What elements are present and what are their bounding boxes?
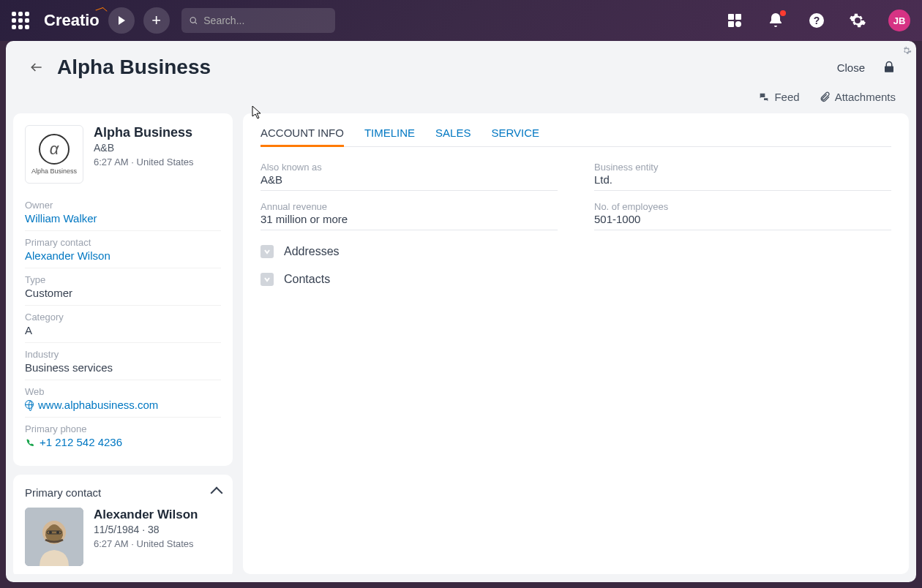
phone-label: Primary phone xyxy=(25,423,221,434)
contact-name: Alexander Wilson xyxy=(94,508,198,522)
chevron-down-icon xyxy=(261,245,274,258)
web-link[interactable]: www.alphabusiness.com xyxy=(25,399,221,411)
phone-icon xyxy=(25,439,35,448)
phone-link[interactable]: +1 212 542 4236 xyxy=(25,436,221,448)
search-box[interactable] xyxy=(181,8,335,33)
company-meta: 6:27 AM · United States xyxy=(94,157,194,167)
svg-rect-2 xyxy=(728,14,734,20)
feed-button[interactable]: Feed xyxy=(758,91,799,103)
contacts-section[interactable]: Contacts xyxy=(261,273,891,286)
run-process-button[interactable] xyxy=(108,7,135,34)
svg-text:?: ? xyxy=(814,15,820,26)
paperclip-icon xyxy=(819,91,831,103)
industry-label: Industry xyxy=(25,349,221,360)
page-title: Alpha Business xyxy=(57,56,211,79)
close-button[interactable]: Close xyxy=(837,61,865,74)
company-name: Alpha Business xyxy=(94,125,194,140)
owner-label: Owner xyxy=(25,200,221,211)
aka-field[interactable]: Also known as A&B xyxy=(261,157,558,191)
category-value: A xyxy=(25,324,221,336)
primary-contact-section-title: Primary contact xyxy=(25,486,101,499)
tab-service[interactable]: SERVICE xyxy=(491,124,539,146)
svg-point-11 xyxy=(49,531,52,534)
chevron-down-icon xyxy=(261,273,274,286)
play-icon xyxy=(119,16,125,25)
company-summary-card: α Alpha Business Alpha Business A&B 6:27… xyxy=(13,113,233,466)
category-label: Category xyxy=(25,312,221,323)
globe-icon xyxy=(25,400,34,409)
tab-timeline[interactable]: TIMELINE xyxy=(364,124,415,146)
primary-contact-card: Primary contact Alexander Wilson 11/5/19… xyxy=(13,475,233,574)
primary-contact-link[interactable]: Alexander Wilson xyxy=(25,249,221,262)
svg-rect-3 xyxy=(735,14,741,20)
shapes-icon[interactable] xyxy=(726,12,743,29)
industry-value: Business services xyxy=(25,361,221,374)
svg-point-5 xyxy=(735,21,741,27)
search-input[interactable] xyxy=(203,15,328,26)
company-short-name: A&B xyxy=(94,142,194,154)
lock-icon[interactable] xyxy=(882,61,896,74)
contact-dob: 11/5/1984 · 38 xyxy=(94,524,198,535)
attachments-button[interactable]: Attachments xyxy=(819,91,896,103)
logo: Creatio xyxy=(44,11,100,30)
search-icon xyxy=(189,15,198,26)
primary-contact-label: Primary contact xyxy=(25,237,221,248)
svg-point-0 xyxy=(190,18,195,23)
tab-account-info[interactable]: ACCOUNT INFO xyxy=(261,124,344,146)
contact-meta: 6:27 AM · United States xyxy=(94,538,198,549)
help-icon[interactable]: ? xyxy=(808,12,825,29)
apps-menu-icon[interactable] xyxy=(12,12,29,29)
owner-link[interactable]: William Walker xyxy=(25,212,221,225)
chevron-up-icon[interactable] xyxy=(211,486,223,499)
addresses-section[interactable]: Addresses xyxy=(261,245,891,258)
plus-icon: + xyxy=(151,11,161,30)
svg-point-12 xyxy=(56,531,59,534)
notifications-icon[interactable] xyxy=(767,12,784,29)
feed-icon xyxy=(758,91,770,103)
web-label: Web xyxy=(25,386,221,397)
type-label: Type xyxy=(25,274,221,285)
svg-rect-4 xyxy=(728,21,734,27)
revenue-field[interactable]: Annual revenue 31 million or more xyxy=(261,197,558,230)
svg-line-1 xyxy=(195,22,196,23)
entity-field[interactable]: Business entity Ltd. xyxy=(594,157,891,191)
back-button[interactable] xyxy=(26,57,47,78)
add-button[interactable]: + xyxy=(143,7,170,34)
notification-dot xyxy=(780,10,786,16)
user-avatar[interactable]: JB xyxy=(888,10,910,31)
contact-photo xyxy=(25,508,83,566)
employees-field[interactable]: No. of employees 501-1000 xyxy=(594,197,891,230)
settings-icon[interactable] xyxy=(849,12,866,29)
company-logo: α Alpha Business xyxy=(25,125,83,184)
type-value: Customer xyxy=(25,287,221,299)
tab-sales[interactable]: SALES xyxy=(435,124,471,146)
